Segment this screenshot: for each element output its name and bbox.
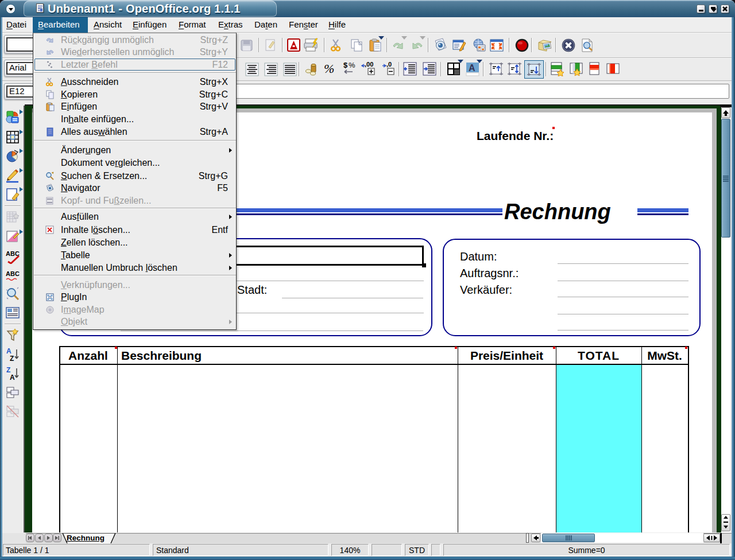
- svg-text:ABC: ABC: [6, 250, 20, 257]
- svg-text:A: A: [6, 347, 11, 355]
- svg-text:Z: Z: [10, 355, 14, 362]
- svg-text:ABC: ABC: [6, 270, 20, 277]
- svg-text:%: %: [349, 61, 355, 69]
- svg-text:$: $: [343, 61, 348, 69]
- svg-text:,00: ,00: [365, 61, 373, 68]
- svg-text:A: A: [469, 63, 475, 73]
- svg-text:Z: Z: [6, 366, 10, 374]
- svg-text:A: A: [10, 374, 15, 381]
- svg-text:,0: ,0: [386, 61, 392, 68]
